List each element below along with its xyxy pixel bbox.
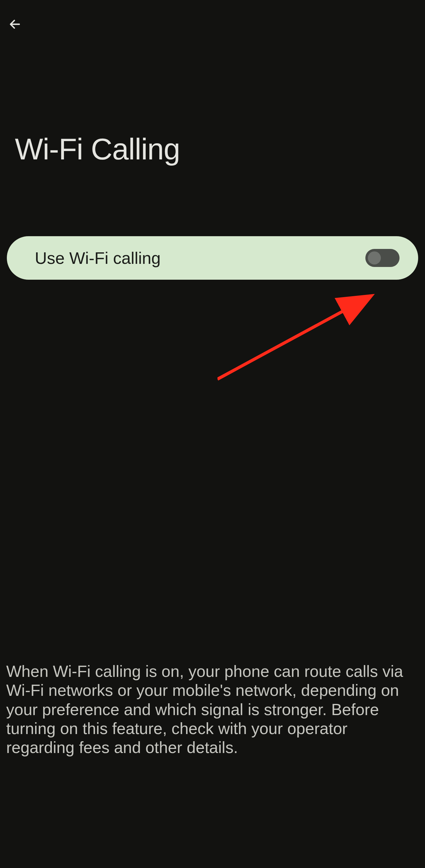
back-button[interactable] xyxy=(6,16,24,33)
wifi-calling-toggle-card[interactable]: Use Wi-Fi calling xyxy=(7,236,418,280)
wifi-calling-toggle-switch[interactable] xyxy=(365,249,399,267)
back-arrow-icon xyxy=(8,18,22,31)
toggle-knob xyxy=(368,251,381,265)
wifi-calling-toggle-label: Use Wi-Fi calling xyxy=(35,248,161,268)
svg-line-2 xyxy=(218,298,367,379)
description-text: When Wi-Fi calling is on, your phone can… xyxy=(6,662,419,757)
annotation-arrow-icon xyxy=(218,286,379,385)
page-title: Wi-Fi Calling xyxy=(15,132,180,166)
